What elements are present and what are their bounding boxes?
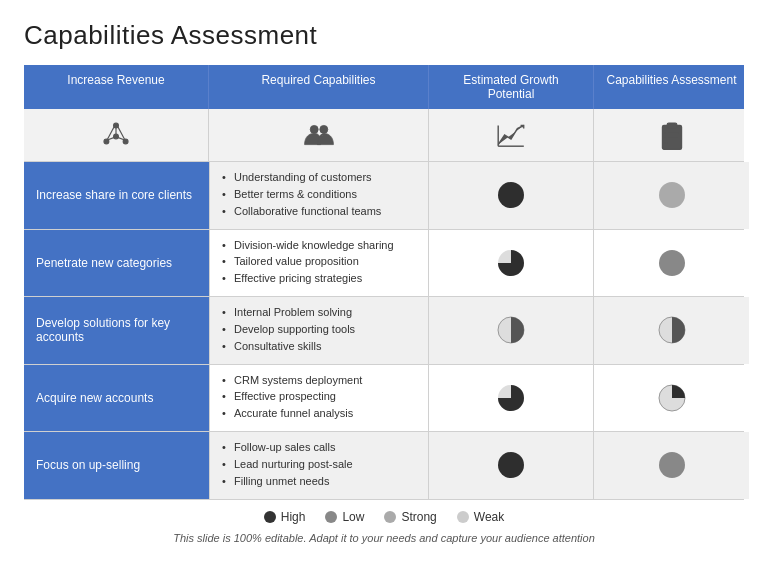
- row-label: Increase share in core clients: [24, 162, 209, 229]
- row-bullets: Division-wide knowledge sharingTailored …: [209, 230, 429, 297]
- icon-growth: [429, 109, 594, 161]
- svg-rect-11: [320, 135, 322, 136]
- bullet-item: Follow-up sales calls: [222, 440, 416, 455]
- assessment-indicator: [594, 230, 749, 297]
- svg-point-3: [114, 134, 119, 139]
- row-bullets: Follow-up sales callsLead nurturing post…: [209, 432, 429, 499]
- bullet-item: Understanding of customers: [222, 170, 416, 185]
- bullet-item: Effective pricing strategies: [222, 271, 416, 286]
- icon-row: [24, 109, 744, 162]
- icon-people: [209, 109, 429, 161]
- row-bullets: Internal Problem solvingDevelop supporti…: [209, 297, 429, 364]
- table-row: Focus on up-sellingFollow-up sales calls…: [24, 432, 744, 500]
- legend-label-low: Low: [342, 510, 364, 524]
- svg-point-30: [498, 452, 524, 478]
- assessment-indicator: [594, 365, 749, 432]
- legend-label-weak: Weak: [474, 510, 504, 524]
- legend-dot-high: [264, 511, 276, 523]
- bullet-item: Filling unmet needs: [222, 474, 416, 489]
- bullet-item: Develop supporting tools: [222, 322, 416, 337]
- row-label: Penetrate new categories: [24, 230, 209, 297]
- bullet-item: Effective prospecting: [222, 389, 416, 404]
- bullet-item: Tailored value proposition: [222, 254, 416, 269]
- svg-rect-14: [662, 125, 681, 149]
- table-header: Increase Revenue Required Capabilities E…: [24, 65, 744, 109]
- legend-label-strong: Strong: [401, 510, 436, 524]
- svg-point-31: [659, 452, 685, 478]
- bullet-item: Better terms & conditions: [222, 187, 416, 202]
- svg-rect-15: [667, 123, 677, 128]
- header-col1: Increase Revenue: [24, 65, 209, 109]
- assessment-indicator: [594, 432, 749, 499]
- growth-indicator: [429, 365, 594, 432]
- legend-label-high: High: [281, 510, 306, 524]
- table-row: Acquire new accountsCRM systems deployme…: [24, 365, 744, 433]
- bullet-item: Accurate funnel analysis: [222, 406, 416, 421]
- row-label: Acquire new accounts: [24, 365, 209, 432]
- icon-checklist: [594, 109, 749, 161]
- growth-indicator: [429, 162, 594, 229]
- row-label: Develop solutions for key accounts: [24, 297, 209, 364]
- svg-point-25: [659, 250, 685, 276]
- svg-point-22: [498, 182, 524, 208]
- legend-dot-low: [325, 511, 337, 523]
- legend-low: Low: [325, 510, 364, 524]
- bullet-item: Internal Problem solving: [222, 305, 416, 320]
- svg-line-5: [108, 137, 114, 139]
- footnote: This slide is 100% editable. Adapt it to…: [24, 532, 744, 544]
- header-col4: Capabilities Assessment: [594, 65, 749, 109]
- assessment-indicator: [594, 297, 749, 364]
- row-bullets: CRM systems deploymentEffective prospect…: [209, 365, 429, 432]
- row-label: Focus on up-selling: [24, 432, 209, 499]
- legend-strong: Strong: [384, 510, 436, 524]
- legend-dot-strong: [384, 511, 396, 523]
- icon-network: [24, 109, 209, 161]
- header-col2: Required Capabilities: [209, 65, 429, 109]
- assessment-indicator: [594, 162, 749, 229]
- growth-indicator: [429, 230, 594, 297]
- table-row: Develop solutions for key accountsIntern…: [24, 297, 744, 365]
- legend-dot-weak: [457, 511, 469, 523]
- growth-indicator: [429, 432, 594, 499]
- growth-indicator: [429, 297, 594, 364]
- svg-point-23: [659, 182, 685, 208]
- svg-point-9: [310, 125, 318, 133]
- bullet-item: Consultative skills: [222, 339, 416, 354]
- svg-line-6: [118, 137, 124, 139]
- legend-high: High: [264, 510, 306, 524]
- legend-weak: Weak: [457, 510, 504, 524]
- row-bullets: Understanding of customersBetter terms &…: [209, 162, 429, 229]
- bullet-item: Division-wide knowledge sharing: [222, 238, 416, 253]
- table-row: Increase share in core clientsUnderstand…: [24, 162, 744, 230]
- bullet-item: Collaborative functional teams: [222, 204, 416, 219]
- page-title: Capabilities Assessment: [24, 20, 744, 51]
- table-row: Penetrate new categoriesDivision-wide kn…: [24, 230, 744, 298]
- bullet-item: CRM systems deployment: [222, 373, 416, 388]
- header-col3: Estimated Growth Potential: [429, 65, 594, 109]
- svg-point-10: [319, 125, 327, 133]
- table-body: Increase share in core clientsUnderstand…: [24, 162, 744, 500]
- legend: High Low Strong Weak: [24, 510, 744, 524]
- bullet-item: Lead nurturing post-sale: [222, 457, 416, 472]
